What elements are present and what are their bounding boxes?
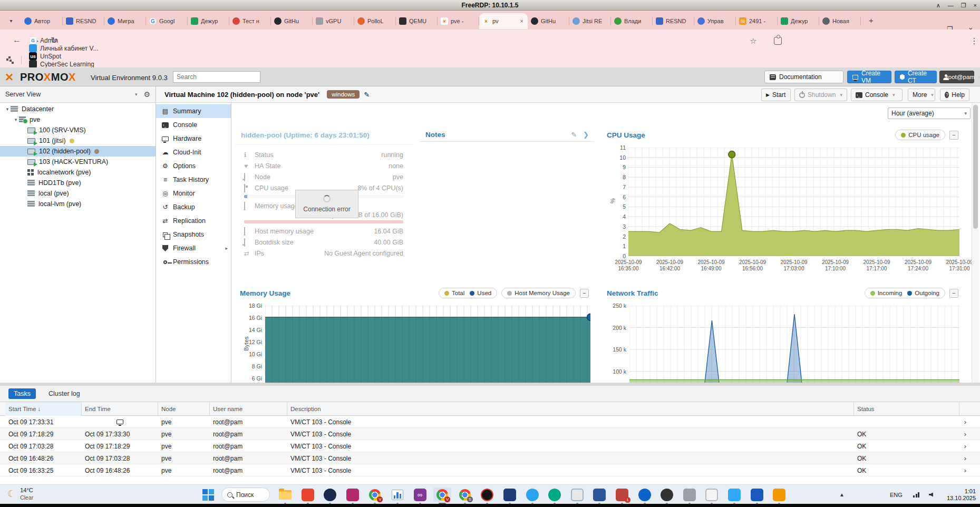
cpu-legend[interactable]: CPU usage [895,130,945,140]
task-row[interactable]: Oct 09 17:18:29Oct 09 17:33:30pveroot@pa… [0,428,980,440]
network-signal-icon[interactable] [913,485,919,504]
memory-legend[interactable]: TotalUsed [439,288,497,298]
browser-tab[interactable]: Мигра [104,13,146,29]
tree-expander-icon[interactable]: ▾ [13,117,19,122]
start-button[interactable]: ▶ Start [761,89,791,101]
taskbar-app-window-app[interactable] [568,487,586,502]
menu-item-firewall[interactable]: Firewall▸ [156,241,231,255]
create-vm-button[interactable]: Create VM [847,71,891,83]
browser-tab[interactable]: ✉2491 - [736,13,778,29]
column-header-node[interactable]: Node [158,402,210,416]
menu-item-console[interactable]: ›_Console [156,118,231,132]
browser-tab[interactable]: PolloL [354,13,396,29]
taskbar-app-blue-circle-app[interactable] [523,487,541,502]
column-header-end-time[interactable]: End Time [82,402,158,416]
extensions-puzzle-icon[interactable] [774,37,782,45]
tree-expander-icon[interactable]: ▾ [4,106,11,112]
edit-tag-pencil-icon[interactable]: ✎ [364,91,370,99]
legend-item[interactable]: Total [444,290,464,296]
browser-tab[interactable]: RESND [63,13,104,29]
rdp-restore-down-icon[interactable]: ∧ [936,2,940,9]
column-header-start-time[interactable]: Start Time ↓ [5,402,82,416]
taskbar-app-lines-app[interactable] [703,487,721,502]
rdp-minimize-icon[interactable]: — [948,2,954,8]
server-view-chevron-icon[interactable]: ▾ [135,92,138,97]
browser-menu-kebab-icon[interactable]: ⋮ [970,36,978,46]
tree-item-datacenter[interactable]: ▾Datacenter [0,104,156,114]
taskbar-app-file-explorer[interactable] [276,487,294,502]
column-header-description[interactable]: Description [287,402,854,416]
browser-tab-active[interactable]: ×pv× [479,13,528,29]
legend-item[interactable]: Host Memory Usage [507,290,570,296]
row-expand-chevron-icon[interactable]: › [964,464,966,476]
collapse-panel-icon[interactable]: − [580,289,589,298]
taskbar-app-chrome-profile-v[interactable]: V [366,487,384,502]
tab-close-icon[interactable]: × [519,18,525,24]
rdp-maximize-icon[interactable]: ❐ [961,2,966,9]
bookmark-item[interactable]: Личный кабинет V... [29,44,103,52]
help-button[interactable]: ? Help [940,89,969,101]
taskbar-app-media-app[interactable] [344,487,362,502]
taskbar-app-blue-dark-app[interactable] [501,487,519,502]
tree-item-hdd1tb-pve[interactable]: HDD1Tb (pve) [0,178,156,188]
taskbar-app-orange-app[interactable] [770,487,788,502]
collapse-panel-icon[interactable]: − [949,289,958,298]
tab-tasks[interactable]: Tasks [8,388,36,399]
menu-item-cloud-init[interactable]: ☁Cloud-Init [156,145,231,159]
browser-tab[interactable]: vGPU [313,13,354,29]
browser-tab[interactable]: GGoogl [146,13,188,29]
legend-item[interactable]: Used [470,290,491,296]
tree-item-localnetwork-pve[interactable]: localnetwork (pve) [0,167,156,178]
column-header-status[interactable]: Status [854,402,959,416]
row-expand-chevron-icon[interactable]: › [964,428,966,440]
browser-tab[interactable]: GitHu [528,13,569,29]
network-legend[interactable]: IncomingOutgoing [865,288,945,298]
clock-widget[interactable]: 1:01 13.10.2025 [947,485,976,504]
server-view-select[interactable]: Server View [5,91,135,98]
period-selector[interactable]: Hour (average) ▾ [888,108,971,119]
user-menu-button[interactable]: root@pam ▾ [939,71,974,83]
new-tab-button[interactable]: + [869,16,874,25]
task-row[interactable]: Oct 09 17:33:31pveroot@pamVM/CT 103 - Co… [0,416,980,428]
taskbar-app-gray-app[interactable] [681,487,698,502]
taskbar-app-blue-square-app[interactable] [590,487,608,502]
row-expand-chevron-icon[interactable]: › [964,416,966,428]
weather-widget[interactable]: ☾ 14°C Clear [7,486,33,501]
more-button[interactable]: More ▾ [908,89,935,101]
taskbar-app-red-app[interactable] [299,487,317,502]
taskbar-app-dark-navy-app[interactable] [321,487,339,502]
task-row[interactable]: Oct 09 16:33:25Oct 09 16:48:26pveroot@pa… [0,464,980,476]
taskbar-app-visual-studio[interactable]: ∞ [411,487,429,502]
notes-body[interactable] [420,142,594,278]
browser-tab[interactable]: Дежур [778,13,819,29]
start-button-windows-icon[interactable] [202,489,214,501]
tree-item-local-pve[interactable]: local (pve) [0,188,156,199]
column-header-user-name[interactable]: User name [210,402,287,416]
taskbar-app-dark-circle-app[interactable] [658,487,676,502]
tree-item-103-hack-ventura[interactable]: 103 (HACK-VENTURA) [0,157,156,167]
apps-grid-icon[interactable] [6,56,14,64]
create-ct-button[interactable]: Create CT [895,71,937,83]
menu-item-permissions[interactable]: Permissions [156,255,231,269]
content-scrollbar[interactable] [972,103,979,384]
taskbar-app-chrome-profile-s[interactable]: S [456,487,474,502]
taskbar-app-teal-circle-app[interactable] [546,487,564,502]
back-icon[interactable]: ← [13,35,21,45]
taskbar-app-task-manager[interactable] [389,487,406,502]
taskbar-app-dark-ring-app[interactable] [478,487,496,502]
proxmox-search-input[interactable] [173,71,260,83]
row-expand-chevron-icon[interactable]: › [964,452,966,464]
vm-tag-windows[interactable]: windows [327,90,360,99]
task-row[interactable]: Oct 09 16:48:26Oct 09 17:03:28pveroot@pa… [0,452,980,464]
gear-icon[interactable]: ⚙ [143,90,150,99]
tab-overflow-chevron-icon[interactable]: ▾ [5,15,17,26]
tree-item-100-srv-vms[interactable]: 100 (SRV-VMS) [0,125,156,135]
taskbar-app-notify-app[interactable]: 1 [613,487,631,502]
tab-cluster-log[interactable]: Cluster log [43,388,85,399]
menu-item-replication[interactable]: ⇄Replication [156,214,231,228]
menu-item-snapshots[interactable]: Snapshots [156,228,231,241]
tree-item-102-hidden-pool[interactable]: 102 (hidden-pool) [0,146,156,157]
bookmark-item[interactable]: usUnSpot [29,52,103,60]
shutdown-button[interactable]: Shutdown ▾ [794,89,847,101]
browser-tab[interactable]: Влади [611,13,653,29]
